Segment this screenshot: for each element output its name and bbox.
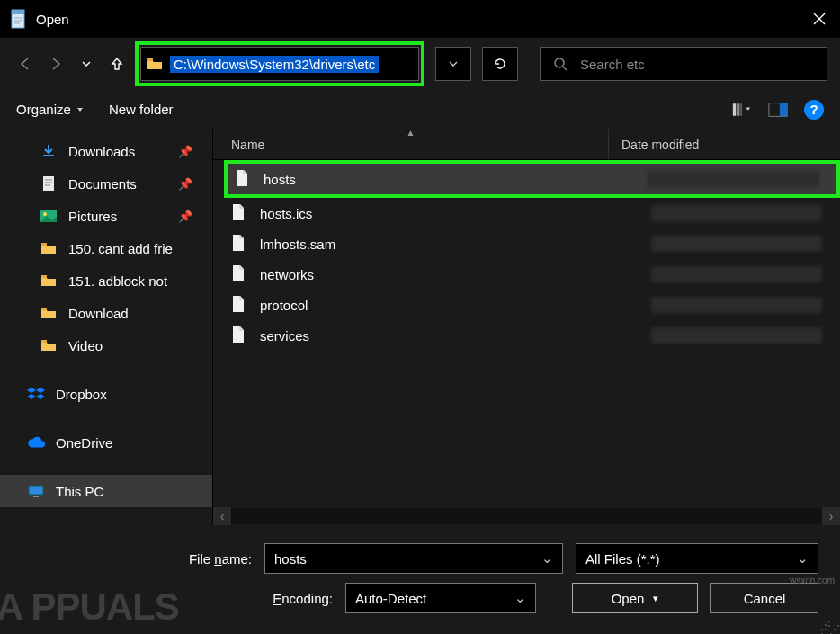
encoding-label: Encoding:	[273, 591, 333, 606]
scroll-track[interactable]	[231, 508, 822, 524]
resize-grip[interactable]: ⋰⋰⋰	[820, 623, 838, 632]
preview-pane-button[interactable]	[768, 100, 788, 120]
forward-button[interactable]	[43, 47, 68, 81]
folder-icon	[40, 337, 58, 353]
file-name: lmhosts.sam	[260, 237, 335, 252]
file-row[interactable]: hosts.ics	[213, 198, 840, 228]
column-headers: ▲ Name Date modified	[213, 129, 840, 160]
svg-point-8	[555, 58, 564, 67]
pin-icon: 📌	[178, 145, 192, 158]
sidebar-item-pictures[interactable]: Pictures📌	[0, 200, 212, 232]
svg-rect-14	[780, 103, 787, 116]
svg-rect-16	[43, 176, 54, 191]
sidebar-item-label: 150. cant add frie	[68, 241, 173, 256]
sidebar-item-label: OneDrive	[56, 435, 112, 451]
address-path[interactable]: C:\Windows\System32\drivers\etc	[170, 56, 379, 73]
sidebar-item-150-cant-add-frie[interactable]: 150. cant add frie	[0, 232, 212, 264]
column-date-modified[interactable]: Date modified	[609, 138, 840, 152]
new-folder-label: New folder	[109, 102, 174, 117]
notepad-icon	[9, 8, 27, 30]
file-highlight: hosts	[224, 160, 840, 198]
address-dropdown-button[interactable]	[435, 47, 471, 81]
cancel-button[interactable]: Cancel	[710, 583, 818, 613]
date-modified-blurred	[651, 327, 822, 344]
chevron-down-icon	[76, 106, 84, 113]
date-modified-blurred	[651, 205, 822, 221]
sidebar-item-this-pc[interactable]: This PC	[0, 475, 212, 507]
sidebar-item-video[interactable]: Video	[0, 329, 212, 362]
folder-icon	[40, 272, 58, 289]
file-icon	[231, 234, 247, 254]
back-button[interactable]	[13, 47, 38, 81]
address-bar[interactable]: C:\Windows\System32\drivers\etc	[140, 47, 419, 81]
file-name: hosts.ics	[260, 206, 312, 221]
file-filter-select[interactable]: All Files (*.*) ⌄	[576, 543, 818, 574]
svg-rect-11	[737, 103, 739, 116]
svg-rect-7	[147, 58, 153, 61]
filename-input[interactable]: hosts ⌄	[264, 543, 563, 574]
svg-rect-23	[41, 275, 47, 278]
sidebar-item-151-adblock-not[interactable]: 151. adblock not	[0, 264, 212, 297]
horizontal-scrollbar[interactable]: ‹ ›	[213, 507, 840, 525]
new-folder-button[interactable]: New folder	[109, 102, 174, 117]
download-icon	[40, 143, 58, 159]
help-button[interactable]: ?	[804, 100, 824, 120]
pin-icon: 📌	[178, 210, 192, 223]
svg-rect-25	[41, 340, 47, 343]
thispc-icon	[27, 483, 45, 499]
file-row[interactable]: hosts	[228, 164, 836, 194]
sidebar-item-label: 151. adblock not	[68, 273, 167, 289]
sidebar-item-documents[interactable]: Documents📌	[0, 167, 212, 200]
sidebar-item-label: Documents	[68, 176, 137, 192]
scroll-left-button[interactable]: ‹	[213, 507, 231, 525]
sidebar-item-downloads[interactable]: Downloads📌	[0, 135, 212, 167]
file-filter-value: All Files (*.*)	[585, 551, 660, 567]
date-modified-blurred	[651, 236, 822, 252]
svg-rect-26	[29, 486, 43, 495]
sidebar: Downloads📌Documents📌Pictures📌150. cant a…	[0, 129, 212, 525]
recent-dropdown[interactable]	[74, 47, 99, 81]
refresh-button[interactable]	[482, 47, 518, 81]
organize-menu[interactable]: Organize	[16, 102, 84, 117]
encoding-select[interactable]: Auto-Detect ⌄	[345, 583, 536, 613]
file-row[interactable]: services	[213, 320, 840, 351]
chevron-down-icon: ⌄	[514, 590, 526, 606]
toolbar: Organize New folder ?	[0, 90, 840, 129]
up-button[interactable]	[104, 47, 130, 81]
sidebar-item-label: Dropbox	[56, 387, 107, 402]
date-modified-blurred	[651, 266, 822, 282]
scroll-right-button[interactable]: ›	[822, 507, 840, 525]
filename-label: File name:	[189, 551, 252, 567]
sort-indicator-icon: ▲	[407, 128, 416, 138]
column-name[interactable]: ▲ Name	[213, 129, 609, 159]
title-bar: Open	[0, 0, 840, 38]
file-name: protocol	[260, 298, 308, 313]
open-button-label: Open	[612, 591, 645, 606]
open-button[interactable]: Open ▾	[572, 583, 698, 613]
file-row[interactable]: protocol	[213, 290, 840, 320]
onedrive-icon	[27, 434, 45, 451]
sidebar-item-network[interactable]: Network	[0, 523, 212, 525]
navigation-row: C:\Windows\System32\drivers\etc Search e…	[0, 38, 840, 90]
file-icon	[231, 295, 247, 315]
main-area: Downloads📌Documents📌Pictures📌150. cant a…	[0, 129, 840, 525]
svg-point-21	[43, 212, 47, 216]
svg-rect-1	[12, 10, 24, 14]
search-icon	[553, 57, 567, 71]
sidebar-item-dropbox[interactable]: Dropbox	[0, 378, 212, 410]
dialog-controls: File name: hosts ⌄ All Files (*.*) ⌄ Enc…	[0, 525, 840, 626]
file-list: hostshosts.icslmhosts.samnetworksprotoco…	[213, 160, 840, 507]
split-chevron-icon: ▾	[653, 593, 658, 604]
svg-rect-24	[41, 308, 47, 310]
view-options-button[interactable]	[732, 100, 752, 120]
file-row[interactable]: networks	[213, 259, 840, 290]
sidebar-item-onedrive[interactable]: OneDrive	[0, 426, 212, 459]
encoding-value: Auto-Detect	[355, 591, 426, 606]
search-box[interactable]: Search etc	[540, 47, 827, 81]
window-title: Open	[36, 12, 69, 27]
sidebar-item-download[interactable]: Download	[0, 297, 212, 329]
svg-rect-27	[33, 496, 39, 497]
close-button[interactable]	[799, 0, 840, 38]
file-row[interactable]: lmhosts.sam	[213, 228, 840, 259]
chevron-down-icon: ⌄	[797, 550, 809, 567]
